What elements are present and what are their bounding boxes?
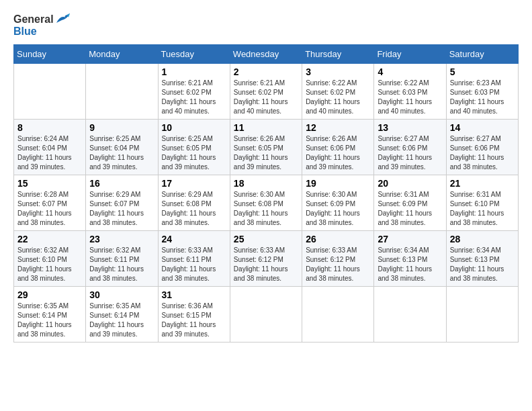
day-number: 2 — [234, 66, 298, 77]
calendar-empty-cell — [14, 63, 86, 119]
calendar-day-cell: 18Sunrise: 6:30 AMSunset: 6:08 PMDayligh… — [230, 175, 302, 230]
calendar-header-row: SundayMondayTuesdayWednesdayThursdayFrid… — [14, 44, 519, 63]
calendar-day-cell: 2Sunrise: 6:21 AMSunset: 6:02 PMDaylight… — [230, 63, 302, 119]
weekday-header: Saturday — [446, 44, 518, 63]
calendar-empty-cell — [302, 286, 374, 342]
calendar-empty-cell — [230, 286, 302, 342]
calendar-day-cell: 4Sunrise: 6:22 AMSunset: 6:03 PMDaylight… — [374, 63, 446, 119]
day-number: 19 — [306, 178, 370, 189]
day-info: Sunrise: 6:26 AMSunset: 6:06 PMDaylight:… — [306, 134, 370, 172]
page-header: General Blue — [13, 13, 519, 38]
day-number: 12 — [306, 122, 370, 133]
day-info: Sunrise: 6:30 AMSunset: 6:09 PMDaylight:… — [306, 190, 370, 228]
day-info: Sunrise: 6:27 AMSunset: 6:06 PMDaylight:… — [378, 134, 442, 172]
calendar-day-cell: 24Sunrise: 6:33 AMSunset: 6:11 PMDayligh… — [158, 230, 230, 286]
day-number: 23 — [89, 234, 154, 244]
calendar-day-cell: 5Sunrise: 6:23 AMSunset: 6:03 PMDaylight… — [446, 63, 518, 119]
logo-text-blue: Blue — [13, 26, 37, 38]
calendar-day-cell: 13Sunrise: 6:27 AMSunset: 6:06 PMDayligh… — [374, 119, 446, 175]
day-number: 4 — [378, 66, 442, 77]
calendar-day-cell: 1Sunrise: 6:21 AMSunset: 6:02 PMDaylight… — [158, 63, 230, 119]
day-number: 25 — [234, 234, 298, 244]
calendar-day-cell: 10Sunrise: 6:25 AMSunset: 6:05 PMDayligh… — [158, 119, 230, 175]
day-info: Sunrise: 6:26 AMSunset: 6:05 PMDaylight:… — [234, 134, 298, 172]
day-number: 1 — [162, 66, 226, 77]
day-info: Sunrise: 6:22 AMSunset: 6:03 PMDaylight:… — [378, 79, 442, 116]
day-number: 28 — [450, 234, 515, 244]
day-info: Sunrise: 6:32 AMSunset: 6:11 PMDaylight:… — [89, 246, 154, 283]
logo-text-general: General — [13, 13, 54, 26]
calendar-week-row: 1Sunrise: 6:21 AMSunset: 6:02 PMDaylight… — [14, 63, 519, 119]
calendar-empty-cell — [86, 63, 158, 119]
day-number: 5 — [450, 66, 515, 77]
weekday-header: Tuesday — [158, 44, 230, 63]
logo: General Blue — [13, 13, 70, 38]
day-info: Sunrise: 6:34 AMSunset: 6:13 PMDaylight:… — [378, 246, 442, 283]
weekday-header: Sunday — [14, 44, 86, 63]
day-info: Sunrise: 6:27 AMSunset: 6:06 PMDaylight:… — [450, 134, 515, 172]
calendar-day-cell: 17Sunrise: 6:29 AMSunset: 6:08 PMDayligh… — [158, 175, 230, 230]
day-info: Sunrise: 6:33 AMSunset: 6:12 PMDaylight:… — [234, 246, 298, 283]
day-number: 17 — [162, 178, 226, 189]
calendar-day-cell: 9Sunrise: 6:25 AMSunset: 6:04 PMDaylight… — [86, 119, 158, 175]
day-info: Sunrise: 6:22 AMSunset: 6:02 PMDaylight:… — [306, 79, 370, 116]
day-info: Sunrise: 6:29 AMSunset: 6:08 PMDaylight:… — [162, 190, 226, 228]
day-number: 15 — [17, 178, 82, 189]
day-info: Sunrise: 6:21 AMSunset: 6:02 PMDaylight:… — [162, 79, 226, 116]
day-number: 16 — [89, 178, 154, 189]
calendar-day-cell: 15Sunrise: 6:28 AMSunset: 6:07 PMDayligh… — [14, 175, 86, 230]
day-info: Sunrise: 6:35 AMSunset: 6:14 PMDaylight:… — [89, 302, 154, 339]
day-number: 14 — [450, 122, 515, 133]
day-info: Sunrise: 6:34 AMSunset: 6:13 PMDaylight:… — [450, 246, 515, 283]
calendar-day-cell: 8Sunrise: 6:24 AMSunset: 6:04 PMDaylight… — [14, 119, 86, 175]
calendar-day-cell: 11Sunrise: 6:26 AMSunset: 6:05 PMDayligh… — [230, 119, 302, 175]
calendar-day-cell: 20Sunrise: 6:31 AMSunset: 6:09 PMDayligh… — [374, 175, 446, 230]
calendar-day-cell: 31Sunrise: 6:36 AMSunset: 6:15 PMDayligh… — [158, 286, 230, 342]
day-info: Sunrise: 6:30 AMSunset: 6:08 PMDaylight:… — [234, 190, 298, 228]
day-number: 26 — [306, 234, 370, 244]
calendar-day-cell: 12Sunrise: 6:26 AMSunset: 6:06 PMDayligh… — [302, 119, 374, 175]
calendar-day-cell: 26Sunrise: 6:33 AMSunset: 6:12 PMDayligh… — [302, 230, 374, 286]
calendar-day-cell: 19Sunrise: 6:30 AMSunset: 6:09 PMDayligh… — [302, 175, 374, 230]
day-number: 30 — [89, 289, 154, 300]
day-info: Sunrise: 6:23 AMSunset: 6:03 PMDaylight:… — [450, 79, 515, 116]
day-number: 13 — [378, 122, 442, 133]
day-info: Sunrise: 6:28 AMSunset: 6:07 PMDaylight:… — [17, 190, 82, 228]
calendar-week-row: 8Sunrise: 6:24 AMSunset: 6:04 PMDaylight… — [14, 119, 519, 175]
day-number: 22 — [17, 234, 82, 244]
day-info: Sunrise: 6:31 AMSunset: 6:09 PMDaylight:… — [378, 190, 442, 228]
day-info: Sunrise: 6:36 AMSunset: 6:15 PMDaylight:… — [162, 302, 226, 339]
day-info: Sunrise: 6:35 AMSunset: 6:14 PMDaylight:… — [17, 302, 82, 339]
calendar-day-cell: 29Sunrise: 6:35 AMSunset: 6:14 PMDayligh… — [14, 286, 86, 342]
weekday-header: Thursday — [302, 44, 374, 63]
day-info: Sunrise: 6:31 AMSunset: 6:10 PMDaylight:… — [450, 190, 515, 228]
calendar-empty-cell — [446, 286, 518, 342]
calendar-day-cell: 14Sunrise: 6:27 AMSunset: 6:06 PMDayligh… — [446, 119, 518, 175]
calendar-day-cell: 16Sunrise: 6:29 AMSunset: 6:07 PMDayligh… — [86, 175, 158, 230]
calendar-day-cell: 23Sunrise: 6:32 AMSunset: 6:11 PMDayligh… — [86, 230, 158, 286]
calendar-week-row: 29Sunrise: 6:35 AMSunset: 6:14 PMDayligh… — [14, 286, 519, 342]
weekday-header: Friday — [374, 44, 446, 63]
day-number: 10 — [162, 122, 226, 133]
day-number: 3 — [306, 66, 370, 77]
day-info: Sunrise: 6:29 AMSunset: 6:07 PMDaylight:… — [89, 190, 154, 228]
day-info: Sunrise: 6:24 AMSunset: 6:04 PMDaylight:… — [17, 134, 82, 172]
day-number: 11 — [234, 122, 298, 133]
weekday-header: Monday — [86, 44, 158, 63]
calendar-week-row: 22Sunrise: 6:32 AMSunset: 6:10 PMDayligh… — [14, 230, 519, 286]
day-number: 24 — [162, 234, 226, 244]
day-number: 8 — [17, 122, 82, 133]
day-number: 9 — [89, 122, 154, 133]
day-info: Sunrise: 6:33 AMSunset: 6:12 PMDaylight:… — [306, 246, 370, 283]
day-number: 21 — [450, 178, 515, 189]
calendar-day-cell: 28Sunrise: 6:34 AMSunset: 6:13 PMDayligh… — [446, 230, 518, 286]
day-info: Sunrise: 6:32 AMSunset: 6:10 PMDaylight:… — [17, 246, 82, 283]
day-info: Sunrise: 6:21 AMSunset: 6:02 PMDaylight:… — [234, 79, 298, 116]
calendar-day-cell: 30Sunrise: 6:35 AMSunset: 6:14 PMDayligh… — [86, 286, 158, 342]
calendar-day-cell: 3Sunrise: 6:22 AMSunset: 6:02 PMDaylight… — [302, 63, 374, 119]
day-number: 27 — [378, 234, 442, 244]
logo-bird-icon — [55, 13, 70, 26]
calendar-empty-cell — [374, 286, 446, 342]
day-number: 18 — [234, 178, 298, 189]
calendar-day-cell: 21Sunrise: 6:31 AMSunset: 6:10 PMDayligh… — [446, 175, 518, 230]
